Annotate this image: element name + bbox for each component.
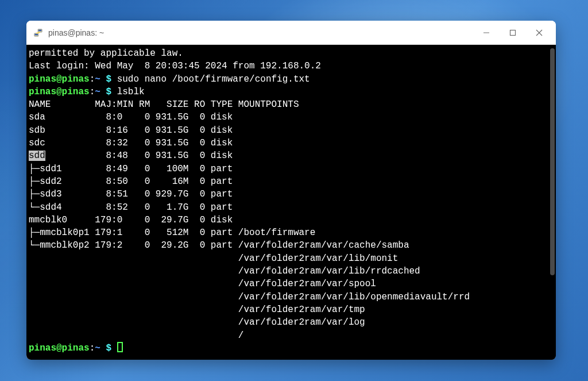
putty-icon xyxy=(32,27,44,39)
cursor xyxy=(117,342,123,352)
scrollbar[interactable] xyxy=(549,45,556,360)
scrollbar-thumb[interactable] xyxy=(550,48,555,275)
svg-rect-1 xyxy=(35,33,38,35)
titlebar[interactable]: pinas@pinas: ~ xyxy=(26,21,556,45)
terminal-area: permitted by applicable law. Last login:… xyxy=(26,45,556,360)
svg-rect-3 xyxy=(38,29,41,31)
svg-rect-5 xyxy=(510,30,516,35)
terminal-output[interactable]: permitted by applicable law. Last login:… xyxy=(26,45,549,360)
window-title: pinas@pinas: ~ xyxy=(48,28,473,37)
minimize-button[interactable] xyxy=(473,21,500,45)
close-button[interactable] xyxy=(526,21,552,45)
window-controls xyxy=(473,21,552,45)
maximize-button[interactable] xyxy=(500,21,526,45)
terminal-window: pinas@pinas: ~ permitted by applicable l… xyxy=(26,21,556,360)
